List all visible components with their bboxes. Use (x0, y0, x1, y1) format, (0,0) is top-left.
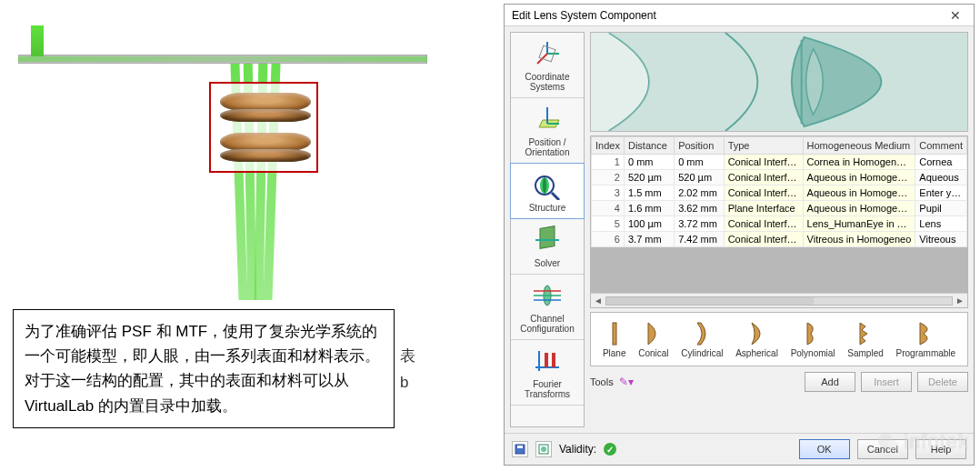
gallery-label: Cylindrical (681, 348, 723, 358)
dialog-body: Coordinate Systems Position / Orientatio… (505, 26, 974, 433)
svg-rect-23 (613, 323, 616, 345)
catalog-icon[interactable] (535, 441, 552, 457)
tab-structure[interactable]: Structure (510, 163, 585, 219)
gallery-aspherical[interactable]: Aspherical (735, 321, 778, 358)
save-icon[interactable] (512, 441, 528, 457)
cell-comment[interactable]: Enter your comm (915, 185, 967, 201)
cell-comment[interactable]: Lens (915, 216, 967, 232)
cell-medium[interactable]: Aqueous in Homogeneo (803, 185, 915, 201)
gallery-programmable[interactable]: Programmable (896, 321, 956, 358)
svg-rect-25 (517, 446, 523, 448)
cell-distance[interactable]: 100 µm (624, 216, 674, 232)
scroll-track[interactable] (605, 296, 953, 306)
table-row[interactable]: 2520 µm520 µmConical InterfaceAqueous in… (592, 170, 967, 185)
cell-distance[interactable]: 1.5 mm (624, 185, 674, 201)
cell-type[interactable]: Conical Interface (724, 155, 803, 170)
fourier-icon (532, 346, 563, 376)
lens-element (220, 93, 311, 111)
horizontal-scrollbar[interactable]: ◄ ► (591, 293, 967, 307)
lens-profile-preview[interactable] (590, 32, 968, 132)
cell-medium[interactable]: Cornea in Homogeneous (803, 155, 915, 170)
cell-position[interactable]: 3.72 mm (675, 216, 724, 232)
cell-distance[interactable]: 3.7 mm (624, 232, 674, 247)
cell-medium[interactable]: Vitreous in Homogeneo (803, 232, 915, 247)
table-row[interactable]: 5100 µm3.72 mmConical InterfaceLens_Huma… (592, 216, 967, 232)
cell-type[interactable]: Plane Interface (724, 201, 803, 216)
lens-element (220, 149, 311, 162)
window-title: Edit Lens System Component (512, 9, 945, 22)
cell-medium[interactable]: Lens_HumanEye in Hom (803, 216, 915, 232)
tab-coordinate-systems[interactable]: Coordinate Systems (511, 33, 584, 98)
waveguide-inlet (31, 25, 44, 56)
ok-button[interactable]: OK (799, 439, 850, 459)
table-row[interactable]: 63.7 mm7.42 mmConical InterfaceVitreous … (592, 232, 967, 247)
cell-distance[interactable]: 0 mm (624, 155, 674, 170)
titlebar[interactable]: Edit Lens System Component ✕ (505, 5, 974, 26)
cell-position[interactable]: 520 µm (675, 170, 724, 185)
surface-table[interactable]: Index Distance Position Type Homogeneous… (591, 136, 967, 247)
interface-gallery: Plane Conical Cylindrical Aspherical Pol… (590, 312, 968, 366)
col-type[interactable]: Type (724, 137, 803, 155)
cell-type[interactable]: Conical Interface (724, 216, 803, 232)
cell-distance[interactable]: 520 µm (624, 170, 674, 185)
delete-button[interactable]: Delete (917, 372, 968, 392)
close-icon[interactable]: ✕ (945, 8, 966, 23)
wand-icon[interactable]: ✎▾ (619, 376, 634, 388)
cell-index[interactable]: 4 (592, 201, 625, 216)
col-medium[interactable]: Homogeneous Medium (803, 137, 915, 155)
cell-type[interactable]: Conical Interface (724, 232, 803, 247)
tab-channel-configuration[interactable]: Channel Configuration (511, 275, 584, 340)
cell-position[interactable]: 7.42 mm (675, 232, 724, 247)
col-index[interactable]: Index (592, 137, 625, 155)
tab-solver[interactable]: Solver (511, 218, 584, 275)
cell-comment[interactable]: Vitreous (915, 232, 967, 247)
gallery-conical[interactable]: Conical (638, 321, 668, 358)
cell-position[interactable]: 0 mm (675, 155, 724, 170)
table-row[interactable]: 10 mm0 mmConical InterfaceCornea in Homo… (592, 155, 967, 170)
insert-button[interactable]: Insert (861, 372, 912, 392)
tab-fourier-transforms[interactable]: Fourier Transforms (511, 340, 584, 406)
cell-index[interactable]: 5 (592, 216, 625, 232)
cell-position[interactable]: 3.62 mm (675, 201, 724, 216)
cell-comment[interactable]: Aqueous (915, 170, 967, 185)
cell-index[interactable]: 1 (592, 155, 625, 170)
occluded-line: 表 (400, 344, 415, 370)
occluded-line: b (400, 370, 415, 396)
scroll-right-icon[interactable]: ► (953, 296, 967, 306)
cell-index[interactable]: 2 (592, 170, 625, 185)
cell-position[interactable]: 2.02 mm (675, 185, 724, 201)
table-row[interactable]: 41.6 mm3.62 mmPlane InterfaceAqueous in … (592, 201, 967, 216)
cell-comment[interactable]: Cornea (915, 155, 967, 170)
svg-point-27 (541, 446, 546, 452)
cell-type[interactable]: Conical Interface (724, 185, 803, 201)
gallery-label: Plane (603, 348, 626, 358)
cell-comment[interactable]: Pupil (915, 201, 967, 216)
gallery-label: Aspherical (735, 348, 778, 358)
cell-index[interactable]: 6 (592, 232, 625, 247)
cell-distance[interactable]: 1.6 mm (624, 201, 674, 216)
table-empty-area (591, 247, 967, 293)
validity-label: Validity: (559, 443, 596, 456)
axes-icon (532, 38, 563, 69)
col-position[interactable]: Position (675, 137, 724, 155)
gallery-cylindrical[interactable]: Cylindrical (681, 321, 723, 358)
gallery-polynomial[interactable]: Polynomial (791, 321, 835, 358)
add-button[interactable]: Add (805, 372, 855, 392)
tab-position-orientation[interactable]: Position / Orientation (511, 98, 584, 164)
svg-point-10 (543, 177, 546, 194)
cell-index[interactable]: 3 (592, 185, 625, 201)
tabstrip: Coordinate Systems Position / Orientatio… (510, 32, 585, 427)
col-comment[interactable]: Comment (915, 137, 967, 155)
cell-medium[interactable]: Aqueous in Homogeneo (803, 170, 915, 185)
col-distance[interactable]: Distance (624, 137, 674, 155)
gallery-sampled[interactable]: Sampled (847, 321, 883, 358)
help-button[interactable]: Help (915, 439, 966, 459)
gallery-plane[interactable]: Plane (603, 321, 626, 358)
scroll-left-icon[interactable]: ◄ (591, 296, 605, 306)
scroll-thumb[interactable] (606, 297, 814, 305)
table-row[interactable]: 31.5 mm2.02 mmConical InterfaceAqueous i… (592, 185, 967, 201)
cell-medium[interactable]: Aqueous in Homogeneo (803, 201, 915, 216)
cell-type[interactable]: Conical Interface (724, 170, 803, 185)
structure-panel: Index Distance Position Type Homogeneous… (590, 32, 968, 427)
cancel-button[interactable]: Cancel (857, 439, 908, 459)
